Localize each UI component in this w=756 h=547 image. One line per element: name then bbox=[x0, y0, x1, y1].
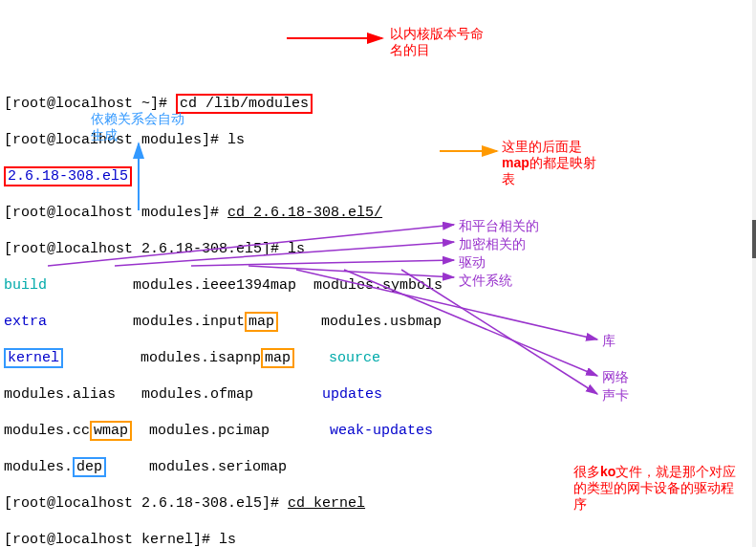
scrollthumb[interactable] bbox=[752, 220, 756, 258]
prompt-line: [root@localhost 2.6.18-308.el5]# ls bbox=[4, 240, 756, 258]
map-highlight: map bbox=[261, 348, 294, 368]
cmd-cd-version: cd 2.6.18-308.el5/ bbox=[227, 205, 382, 221]
output-line: modules.ccwmap modules.pcimap weak-updat… bbox=[4, 422, 756, 440]
annotation-drivers: 驱动 bbox=[459, 254, 486, 271]
kernel-version-dir: 2.6.18-308.el5 bbox=[4, 166, 132, 186]
annotation-fs: 文件系统 bbox=[459, 273, 512, 289]
cmd-cd-lib-modules: cd /lib/modules bbox=[176, 94, 313, 114]
annotation-lib: 库 bbox=[602, 333, 616, 349]
annotation-ko: 很多ko文件，就是那个对应的类型的网卡设备的驱动程序 bbox=[573, 464, 745, 513]
output-line: 2.6.18-308.el5 bbox=[4, 167, 756, 186]
map-highlight: map bbox=[245, 312, 278, 332]
output-line: modules.alias modules.ofmap updates bbox=[4, 385, 756, 404]
cmd-cd-kernel: cd kernel bbox=[288, 495, 365, 512]
scrollbar[interactable] bbox=[752, 0, 756, 547]
updates-dir: updates bbox=[322, 386, 382, 403]
annotation-version: 以内核版本号命名的目 bbox=[390, 26, 495, 58]
annotation-net: 网络 bbox=[602, 369, 629, 385]
output-line: extra modules.inputmap modules.usbmap bbox=[4, 313, 756, 331]
extra-dir: extra bbox=[4, 314, 47, 330]
prompt-line: [root@localhost modules]# cd 2.6.18-308.… bbox=[4, 204, 756, 222]
kernel-dir: kernel bbox=[4, 348, 63, 368]
map-highlight: wmap bbox=[90, 421, 132, 441]
output-line: build modules.ieee1394map modules.symbol… bbox=[4, 276, 756, 295]
output-line: kernel modules.isapnpmap source bbox=[4, 349, 756, 367]
annotation-map: 这里的后面是map的都是映射表 bbox=[502, 139, 607, 187]
annotation-dep: 依赖关系会自动生成 bbox=[91, 111, 186, 143]
dep-file: dep bbox=[73, 457, 106, 477]
prompt-line: [root@localhost kernel]# ls bbox=[4, 531, 756, 547]
build-link: build bbox=[4, 277, 47, 294]
annotation-sound: 声卡 bbox=[602, 387, 629, 404]
annotation-arch: 和平台相关的 bbox=[459, 218, 539, 234]
svg-line-5 bbox=[191, 260, 454, 266]
annotation-crypto: 加密相关的 bbox=[459, 236, 526, 252]
weak-updates-dir: weak-updates bbox=[330, 423, 433, 439]
source-link: source bbox=[294, 350, 380, 366]
